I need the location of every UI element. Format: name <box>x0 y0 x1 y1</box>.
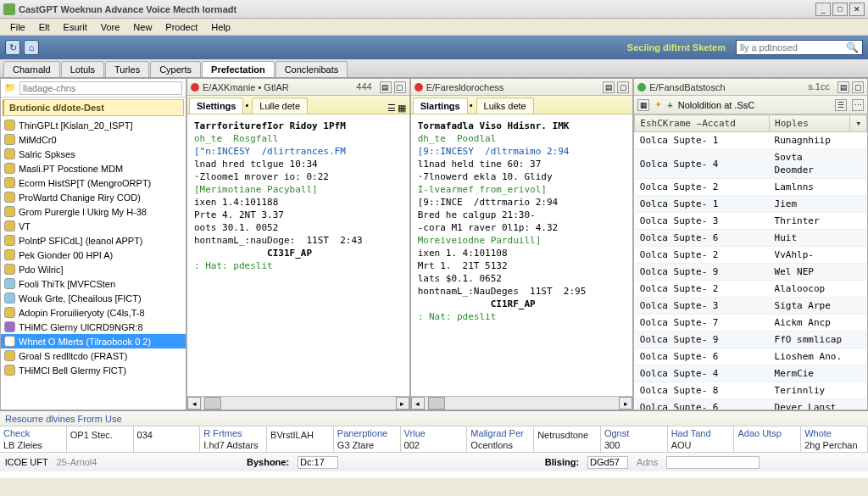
bottom-col: Maligrad PerOcentlons <box>467 426 534 452</box>
table-row[interactable]: Oolca Supte- 7Aickm Ancp <box>635 315 867 332</box>
table-row[interactable]: Oolca Supte- 6Huit <box>635 230 867 247</box>
tab-prefectation[interactable]: Prefectation <box>202 61 275 77</box>
pane2-close-icon[interactable]: ▢ <box>617 81 629 93</box>
table-row[interactable]: Oolca Supte- 2VvAhlp- <box>635 247 867 264</box>
tree-item[interactable]: Salric Spkses <box>1 147 186 161</box>
pane3-close-icon[interactable]: ▢ <box>852 81 864 93</box>
menu-vore[interactable]: Vore <box>94 20 127 34</box>
bottom-col-value: I.hd7 Adstars <box>203 440 263 450</box>
search-box[interactable]: 🔍 <box>736 40 863 55</box>
tree-item[interactable]: Pdo Wilric] <box>1 262 186 276</box>
pane2-opt-icon[interactable]: ▤ <box>603 81 615 93</box>
pane1-hscroll[interactable]: ◂ ▸ <box>187 396 409 410</box>
table-row[interactable]: Oolca Supte- 3Thrinter <box>635 213 867 230</box>
bottom-col: CheckLB Zleies <box>0 426 67 452</box>
tree-item[interactable]: Pek Gionder 00 HPI A) <box>1 248 186 262</box>
col-extra[interactable]: ▾ <box>850 115 867 132</box>
star-icon[interactable]: ✦ <box>654 99 662 110</box>
tree-group-header[interactable]: Brutionic d/dote-Dest <box>3 99 184 116</box>
pane1-close-icon[interactable]: ▢ <box>394 81 406 93</box>
cell-hoples: Thrinter <box>770 213 850 230</box>
table-row[interactable]: Oolca Supte- 9Wel NEP <box>635 264 867 281</box>
tree-filter-input[interactable] <box>19 81 182 95</box>
tab-charnald[interactable]: Charnald <box>3 61 60 77</box>
tree-item[interactable]: Whnet O Mlerts (Tilraobook 0 2) <box>1 334 186 348</box>
table-row[interactable]: Oolca Supte- 3Sigta Arpe <box>635 298 867 315</box>
pane3-tool-icon-b[interactable]: ☰ <box>835 99 847 111</box>
pane1-body[interactable]: TarrforiturefIor Ridoy 1PfMoh_te Rosgfal… <box>187 114 409 396</box>
scroll-left-icon[interactable]: ◂ <box>411 397 425 410</box>
tree-item[interactable]: Wouk Grte, [Cheailous [FICT) <box>1 291 186 305</box>
tree-item[interactable]: THiMCl Bell Glermy FlCT) <box>1 363 186 377</box>
cell-hoples: FfO smmlicap <box>770 332 850 348</box>
tab-lotuls[interactable]: Lotuls <box>61 61 104 77</box>
byshone-input[interactable] <box>298 456 338 469</box>
maximize-button[interactable]: □ <box>832 3 848 16</box>
pane2-subtab-settings[interactable]: Slartings <box>413 98 468 114</box>
pane3-opt-icon[interactable]: ▤ <box>837 81 849 93</box>
home-icon[interactable]: ⌂ <box>24 40 39 55</box>
pane2-hscroll[interactable]: ◂ ▸ <box>411 396 633 410</box>
minimize-button[interactable]: _ <box>815 3 831 16</box>
table-row[interactable]: Oolca Supte- 6Lioshem Ano. <box>635 348 867 365</box>
menu-esurit[interactable]: Esurit <box>57 20 94 34</box>
tree-item[interactable]: ThinGPLt [Kislan_20_ISPT] <box>1 118 186 132</box>
tree-item[interactable]: Groal S redlltcdo (FRAST) <box>1 348 186 363</box>
pane2-subtab-data[interactable]: Luiks dete <box>476 98 534 114</box>
menu-file[interactable]: File <box>3 20 32 34</box>
tree-item[interactable]: Masli.PT Pocstione MDM <box>1 161 186 176</box>
search-input[interactable] <box>740 42 843 53</box>
blising-input[interactable] <box>587 456 628 469</box>
bottom-col: Ognst300 <box>601 426 668 452</box>
table-row[interactable]: Oolca Supte- 4MermCie <box>635 365 867 382</box>
menu-edit[interactable]: Elt <box>32 20 57 34</box>
pane1-opt-icon[interactable]: ▤ <box>380 81 392 93</box>
col-name[interactable]: EshCKrame ̵Accatd <box>635 115 770 132</box>
menu-help[interactable]: Help <box>204 20 237 34</box>
pane1-toolbar-icon-a[interactable]: ☰ <box>387 103 396 114</box>
scroll-thumb[interactable] <box>428 397 445 410</box>
scroll-right-icon[interactable]: ▸ <box>396 397 409 410</box>
col-hoples[interactable]: Hoples <box>770 115 850 132</box>
close-button[interactable]: ✕ <box>849 3 865 16</box>
results-table[interactable]: EshCKrame ̵Accatd Hoples ▾ Oolca Supte- … <box>634 114 867 410</box>
tab-turles[interactable]: Turles <box>105 61 149 77</box>
pane3-tool-icon-c[interactable]: ⋯ <box>852 99 864 111</box>
scroll-left-icon[interactable]: ◂ <box>187 397 201 410</box>
menu-new[interactable]: New <box>126 20 159 34</box>
status-extra-input[interactable] <box>666 456 760 469</box>
plus-icon[interactable]: + <box>667 100 672 110</box>
tree-item[interactable]: Adopin Froruilieryoty (C4ls,T-8 <box>1 305 186 320</box>
search-icon[interactable]: 🔍 <box>846 42 859 53</box>
tree-item[interactable]: THiMC Glerny UlCRD9NGR:8 <box>1 320 186 334</box>
table-row[interactable]: Oolca Supte- 2Lamlnns <box>635 179 867 196</box>
table-row[interactable]: Oolca Supte- 9FfO smmlicap <box>635 332 867 348</box>
table-row[interactable]: Oolca Supte- 6Dever Lanst <box>635 399 867 410</box>
menu-prodect[interactable]: Prodect <box>159 20 204 34</box>
pane2-body[interactable]: Tormafadla Viso Hdisnr. IMKdh_te Poodlal… <box>411 114 633 396</box>
tree-item[interactable]: Grom Purergle l Ukirg My H-38 <box>1 204 186 219</box>
tree-item[interactable]: PolntP SFICdL] (leanol APPT) <box>1 233 186 248</box>
refresh-icon[interactable]: ↻ <box>5 40 20 55</box>
table-row[interactable]: Oolca Supte- 1Runagnhiip <box>635 132 867 149</box>
pane3-body: EshCKrame ̵Accatd Hoples ▾ Oolca Supte- … <box>634 114 867 410</box>
tree-item[interactable]: MiMdCr0 <box>1 132 186 147</box>
scroll-thumb[interactable] <box>204 397 221 410</box>
pane3-tool-icon-a[interactable]: ▦ <box>637 99 649 111</box>
byshone-label: Byshone: <box>247 457 289 467</box>
tab-cyperts[interactable]: Cyperts <box>150 61 201 77</box>
table-row[interactable]: Oolca Supte- 8Terinnliy <box>635 382 867 399</box>
pane1-subtab-settings[interactable]: Slettings <box>189 98 243 114</box>
tree-item[interactable]: Fooli ThiTk [MVFCSten <box>1 276 186 291</box>
tree-item[interactable]: Ecorm HistSP[T (MengroORPT) <box>1 176 186 190</box>
scroll-right-icon[interactable]: ▸ <box>619 397 632 410</box>
table-row[interactable]: Oolca Supte- 4Sovta Deomder <box>635 149 867 179</box>
tab-conclenibats[interactable]: Conclenibats <box>275 61 348 77</box>
tree-item-label: Salric Spkses <box>19 149 75 159</box>
tree-item[interactable]: ProWartd Chanige Riry COD) <box>1 190 186 204</box>
table-row[interactable]: Oolca Supte- 2Alaloocop <box>635 281 867 298</box>
pane1-subtab-data[interactable]: Lulle dete <box>252 98 308 114</box>
tree-item[interactable]: VT <box>1 219 186 233</box>
table-row[interactable]: Oolca Supte- 1Jiem <box>635 196 867 213</box>
pane1-toolbar-icon-b[interactable]: ▦ <box>398 103 406 114</box>
